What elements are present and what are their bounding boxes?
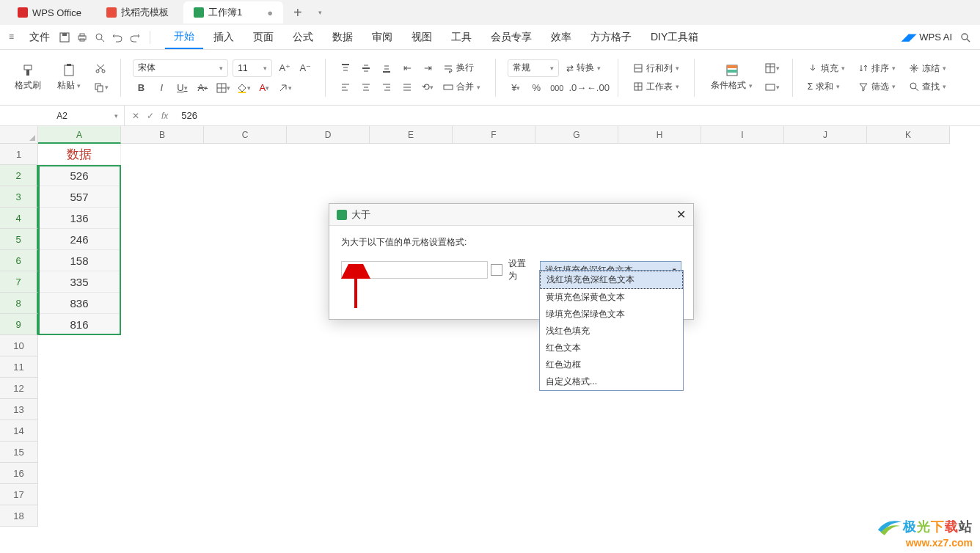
bold-button[interactable]: B: [133, 80, 149, 96]
row-header[interactable]: 6: [0, 250, 38, 271]
col-header[interactable]: H: [618, 126, 701, 144]
preview-icon[interactable]: [94, 32, 106, 43]
row-header[interactable]: 18: [0, 505, 38, 527]
add-tab-button[interactable]: +: [288, 4, 308, 21]
row-header[interactable]: 7: [0, 271, 38, 293]
row-header[interactable]: 10: [0, 335, 38, 356]
row-header[interactable]: 2: [0, 165, 38, 186]
convert-button[interactable]: ⇄ 转换▾: [563, 60, 604, 76]
cell[interactable]: 816: [38, 314, 121, 335]
col-header[interactable]: C: [204, 126, 287, 144]
row-header[interactable]: 9: [0, 314, 38, 335]
sort-button[interactable]: 排序▾: [855, 61, 899, 76]
dropdown-option[interactable]: 红色边框: [540, 356, 683, 373]
cell[interactable]: 数据: [38, 144, 121, 165]
fx-icon[interactable]: fx: [161, 111, 168, 121]
cut-icon[interactable]: [92, 60, 109, 76]
col-header[interactable]: K: [867, 126, 950, 144]
merge-button[interactable]: 合并▾: [440, 79, 483, 95]
cell[interactable]: 557: [38, 186, 121, 208]
cell[interactable]: 836: [38, 293, 121, 314]
row-header[interactable]: 8: [0, 293, 38, 314]
menu-page[interactable]: 页面: [244, 26, 282, 48]
col-header[interactable]: A: [38, 126, 121, 144]
dropdown-option[interactable]: 绿填充色深绿色文本: [540, 306, 683, 323]
copy-icon[interactable]: ▾: [92, 79, 109, 95]
threshold-input[interactable]: [341, 261, 488, 279]
redo-icon[interactable]: [129, 32, 141, 43]
range-picker-icon[interactable]: [491, 264, 502, 276]
fill-color-button[interactable]: ▾: [235, 80, 252, 96]
filter-button[interactable]: 筛选▾: [855, 79, 899, 95]
tab-workbook[interactable]: 工作簿1 ●: [183, 1, 283, 23]
orientation-icon[interactable]: ⟲▾: [420, 79, 436, 95]
align-center-icon[interactable]: [358, 79, 374, 95]
strike-button[interactable]: A▾: [194, 80, 211, 96]
row-header[interactable]: 16: [0, 463, 38, 484]
dropdown-option[interactable]: 浅红填充色深红色文本: [540, 271, 683, 289]
decrease-font-icon[interactable]: A⁻: [297, 60, 313, 76]
row-header[interactable]: 11: [0, 356, 38, 378]
worksheet-button[interactable]: 工作表▾: [630, 79, 682, 95]
tab-menu-button[interactable]: ▾: [312, 9, 328, 16]
save-icon[interactable]: [59, 32, 70, 43]
col-header[interactable]: I: [701, 126, 784, 144]
indent-increase-icon[interactable]: ⇥: [420, 60, 436, 76]
dropdown-option[interactable]: 黄填充色深黄色文本: [540, 289, 683, 306]
col-header[interactable]: J: [784, 126, 867, 144]
menu-review[interactable]: 审阅: [363, 26, 401, 48]
close-icon[interactable]: ✕: [676, 208, 686, 221]
dropdown-option[interactable]: 红色文本: [540, 340, 683, 356]
decrease-decimal-icon[interactable]: .0→: [569, 80, 585, 96]
menu-formula[interactable]: 公式: [284, 26, 322, 48]
menu-start[interactable]: 开始: [165, 26, 203, 49]
cell[interactable]: 246: [38, 229, 121, 250]
spreadsheet-grid[interactable]: A B C D E F G H I J K 1 2 3 4 5 6 7 8 9 …: [0, 126, 980, 537]
dropdown-option[interactable]: 自定义格式...: [540, 373, 683, 390]
row-header[interactable]: 1: [0, 144, 38, 165]
col-header[interactable]: G: [535, 126, 618, 144]
print-icon[interactable]: [76, 32, 88, 43]
paste-button[interactable]: 粘贴 ▾: [53, 60, 85, 95]
rowcol-button[interactable]: 行和列▾: [630, 61, 682, 76]
thousand-sep-icon[interactable]: 000: [549, 80, 565, 96]
cancel-formula-icon[interactable]: ✕: [132, 111, 139, 121]
formula-input[interactable]: 526: [175, 110, 980, 121]
col-header[interactable]: E: [370, 126, 453, 144]
wps-ai-button[interactable]: ◢◤ WPS AI: [902, 32, 952, 43]
number-format-select[interactable]: 常规▾: [508, 59, 559, 77]
col-header[interactable]: F: [453, 126, 535, 144]
increase-font-icon[interactable]: A⁺: [277, 60, 293, 76]
cell[interactable]: 136: [38, 208, 121, 229]
row-header[interactable]: 4: [0, 208, 38, 229]
currency-icon[interactable]: ¥▾: [508, 80, 524, 96]
justify-icon[interactable]: [399, 79, 415, 95]
font-name-select[interactable]: 宋体▾: [133, 59, 228, 77]
font-color-button[interactable]: A▾: [256, 80, 272, 96]
border-button[interactable]: ▾: [215, 80, 231, 96]
cell[interactable]: 526: [38, 165, 121, 186]
align-bottom-icon[interactable]: [379, 60, 395, 76]
row-header[interactable]: 14: [0, 420, 38, 442]
menu-diy[interactable]: DIY工具箱: [642, 26, 707, 48]
col-header[interactable]: B: [121, 126, 204, 144]
dialog-titlebar[interactable]: 大于 ✕: [329, 204, 693, 226]
align-right-icon[interactable]: [379, 79, 395, 95]
menu-view[interactable]: 视图: [403, 26, 441, 48]
fill-button[interactable]: 填充▾: [805, 61, 848, 76]
align-middle-icon[interactable]: [358, 60, 374, 76]
tab-template[interactable]: 找稻壳模板: [96, 1, 179, 23]
menu-efficiency[interactable]: 效率: [542, 26, 580, 48]
conditional-format-button[interactable]: 条件格式 ▾: [706, 60, 756, 95]
align-top-icon[interactable]: [337, 60, 354, 76]
row-header[interactable]: 5: [0, 229, 38, 250]
row-header[interactable]: 13: [0, 399, 38, 420]
confirm-formula-icon[interactable]: ✓: [147, 111, 154, 121]
row-header[interactable]: 17: [0, 484, 38, 505]
underline-button[interactable]: U▾: [174, 80, 190, 96]
find-button[interactable]: 查找▾: [906, 79, 949, 95]
menu-ffgz[interactable]: 方方格子: [582, 26, 640, 48]
row-header[interactable]: 3: [0, 186, 38, 208]
undo-icon[interactable]: [111, 32, 123, 43]
cell[interactable]: 335: [38, 271, 121, 293]
